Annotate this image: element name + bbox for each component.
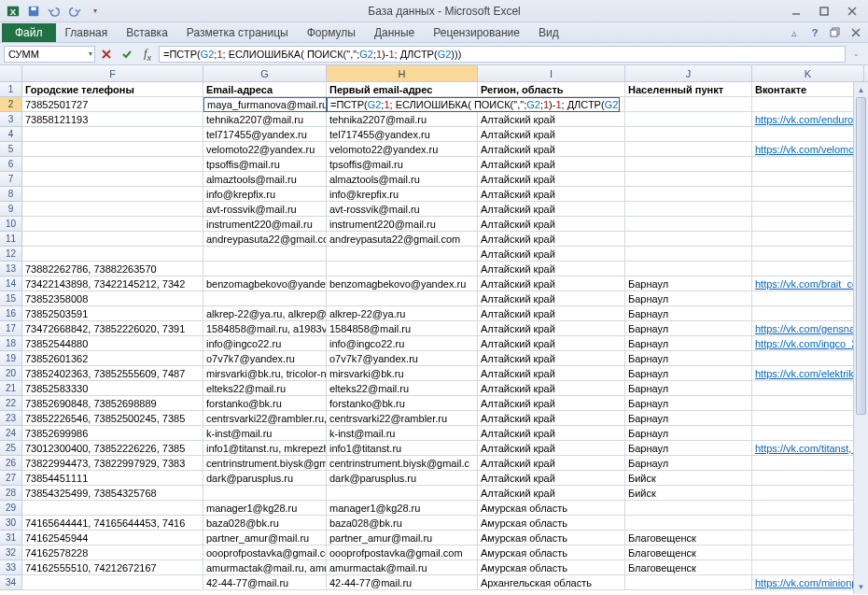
cell[interactable]: https://vk.com/ingco_22 <box>752 336 864 351</box>
cell[interactable] <box>752 127 864 142</box>
cell[interactable] <box>752 97 864 112</box>
row-header-3[interactable]: 3 <box>0 112 22 127</box>
row-header-11[interactable]: 11 <box>0 232 22 247</box>
cell[interactable]: https://vk.com/minionp <box>752 575 864 590</box>
cell[interactable]: 74162555510, 74212672167 <box>22 560 203 575</box>
cell[interactable]: 73012300400, 73852226226, 7385 <box>22 441 203 456</box>
cell[interactable]: info1@titanst.ru, mkrepezh@in <box>203 441 327 456</box>
cell[interactable]: Алтайский край <box>478 456 625 471</box>
cell[interactable] <box>625 516 752 531</box>
name-box-dropdown-icon[interactable]: ▾ <box>89 50 92 58</box>
cell[interactable]: Алтайский край <box>478 291 625 306</box>
scroll-thumb[interactable] <box>856 97 866 415</box>
cell[interactable] <box>752 247 864 262</box>
row-header-22[interactable]: 22 <box>0 396 22 411</box>
cell[interactable] <box>752 187 864 202</box>
row-header-25[interactable]: 25 <box>0 441 22 456</box>
cell[interactable]: Алтайский край <box>478 202 625 217</box>
cell[interactable]: k-inst@mail.ru <box>203 426 327 441</box>
cell[interactable]: Алтайский край <box>478 306 625 321</box>
cell[interactable]: dark@parusplus.ru <box>327 471 478 486</box>
cell[interactable] <box>625 187 752 202</box>
row-header-21[interactable]: 21 <box>0 381 22 396</box>
cell[interactable]: Алтайский край <box>478 142 625 157</box>
row-header-10[interactable]: 10 <box>0 217 22 232</box>
cell[interactable]: Барнаул <box>625 336 752 351</box>
cell[interactable]: 73852402363, 73852555609, 7487 <box>22 366 203 381</box>
cell[interactable]: Архангельская область <box>478 575 625 590</box>
cell[interactable] <box>625 127 752 142</box>
cell[interactable]: elteks22@mail.ru <box>203 381 327 396</box>
cell[interactable]: Алтайский край <box>478 262 625 276</box>
cell[interactable]: o7v7k7@yandex.ru <box>327 351 478 366</box>
cell[interactable]: 1584858@mail.ru <box>327 321 478 336</box>
cell[interactable] <box>327 247 478 262</box>
cell[interactable]: Алтайский край <box>478 172 625 187</box>
cell[interactable]: baza028@bk.ru <box>327 516 478 531</box>
cell[interactable]: mirsvarki@bk.ru, tricolor-nsk@ <box>203 366 327 381</box>
cell[interactable]: Алтайский край <box>478 217 625 232</box>
cell[interactable]: Алтайский край <box>478 471 625 486</box>
cell[interactable]: 73822994473, 73822997929, 7383 <box>22 456 203 471</box>
row-header-33[interactable]: 33 <box>0 560 22 575</box>
row-header-13[interactable]: 13 <box>0 262 22 276</box>
cell[interactable]: Алтайский край <box>478 411 625 426</box>
redo-icon[interactable] <box>65 2 84 21</box>
cell[interactable]: info@krepfix.ru <box>327 187 478 202</box>
ribbon-minimize-icon[interactable]: ▵ <box>786 24 803 41</box>
row-header-24[interactable]: 24 <box>0 426 22 441</box>
cell[interactable]: info@krepfix.ru <box>203 187 327 202</box>
row-header-28[interactable]: 28 <box>0 486 22 501</box>
cell[interactable]: almaztools@mail.ru <box>203 172 327 187</box>
cell[interactable] <box>752 262 864 276</box>
cell[interactable]: Барнаул <box>625 396 752 411</box>
row-header-4[interactable]: 4 <box>0 127 22 142</box>
cell[interactable] <box>752 545 864 560</box>
cell[interactable] <box>22 157 203 172</box>
cell[interactable]: centrinstrument.biysk@gmail.c <box>327 456 478 471</box>
col-header-F[interactable]: F <box>22 65 203 81</box>
ribbon-tab-review[interactable]: Рецензирование <box>424 23 529 42</box>
row-header-12[interactable]: 12 <box>0 247 22 262</box>
hyperlink[interactable]: https://vk.com/velomot <box>755 144 857 155</box>
cell[interactable]: Барнаул <box>625 321 752 336</box>
header-cell[interactable]: Регион, область <box>478 82 625 97</box>
expand-formula-bar-icon[interactable]: ⌄ <box>847 46 864 63</box>
cell[interactable] <box>752 411 864 426</box>
cell[interactable]: Бийск <box>625 486 752 501</box>
cell[interactable]: tel717455@yandex.ru <box>203 127 327 142</box>
cell[interactable] <box>752 396 864 411</box>
cell[interactable] <box>625 112 752 127</box>
cell[interactable]: forstanko@bk.ru <box>327 396 478 411</box>
save-icon[interactable] <box>24 2 43 21</box>
cell[interactable]: Амурская область <box>478 560 625 575</box>
ribbon-tab-view[interactable]: Вид <box>529 23 568 42</box>
row-header-26[interactable]: 26 <box>0 456 22 471</box>
hyperlink[interactable]: https://vk.com/minionp <box>755 577 857 588</box>
header-cell[interactable]: Вконтакте <box>752 82 864 97</box>
cell[interactable]: 74162545944 <box>22 531 203 545</box>
cell[interactable]: partner_amur@mail.ru <box>327 531 478 545</box>
row-header-16[interactable]: 16 <box>0 306 22 321</box>
cell[interactable]: Барнаул <box>625 351 752 366</box>
cell[interactable]: Амурская область <box>478 501 625 516</box>
cell[interactable] <box>625 247 752 262</box>
cell[interactable] <box>752 560 864 575</box>
cell[interactable]: avt-rossvik@mail.ru <box>327 202 478 217</box>
close-button[interactable] <box>840 4 864 19</box>
cell[interactable]: andreypasuta22@gmail.com <box>203 232 327 247</box>
cell[interactable]: Алтайский край <box>478 396 625 411</box>
ribbon-tab-formulas[interactable]: Формулы <box>298 23 365 42</box>
cell[interactable]: oooprofpostavka@gmail.com <box>203 545 327 560</box>
cell[interactable] <box>752 381 864 396</box>
header-cell[interactable]: Email-адреса <box>203 82 327 97</box>
cell[interactable]: info@ingco22.ru <box>327 336 478 351</box>
cell[interactable]: info@ingco22.ru <box>203 336 327 351</box>
cell[interactable]: almaztools@mail.ru <box>327 172 478 187</box>
cell[interactable]: Алтайский край <box>478 381 625 396</box>
cell[interactable]: Благовещенск <box>625 545 752 560</box>
cell[interactable] <box>752 217 864 232</box>
cell[interactable] <box>22 247 203 262</box>
cell[interactable] <box>625 142 752 157</box>
cell[interactable] <box>327 262 478 276</box>
